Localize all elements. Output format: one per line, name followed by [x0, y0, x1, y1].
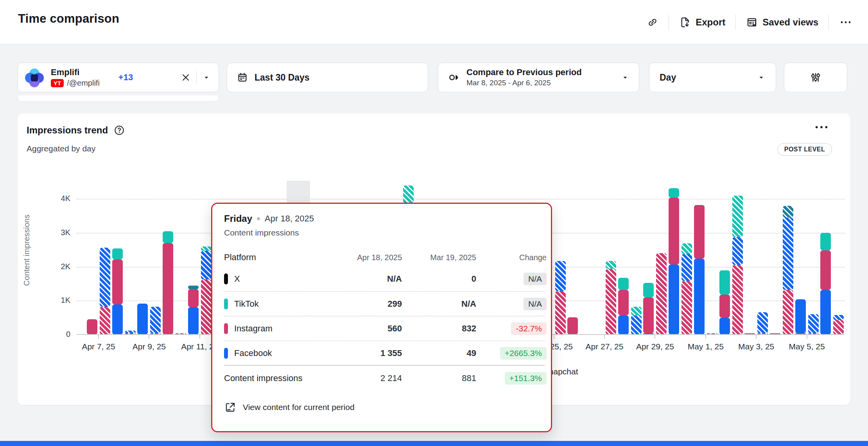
previous-bar-segment-fb[interactable]: [732, 237, 743, 265]
current-bar-segment-fb[interactable]: [820, 290, 831, 334]
view-content-link[interactable]: View content for current period: [224, 401, 545, 414]
current-bar-segment-tt[interactable]: [719, 270, 730, 295]
current-bar-segment-fb[interactable]: [795, 299, 806, 334]
more-profiles-count[interactable]: +13: [118, 72, 133, 83]
page-title: Time comparison: [18, 12, 119, 26]
x-tick-label: Apr 29, 25: [628, 342, 682, 351]
export-button[interactable]: Export: [679, 16, 725, 28]
previous-bar-segment-dk[interactable]: [783, 206, 793, 217]
platform-name: Facebook: [234, 348, 272, 358]
previous-bar-segment-fb[interactable]: [833, 315, 844, 320]
previous-bar-segment-ig[interactable]: [555, 291, 566, 334]
help-icon[interactable]: [113, 124, 125, 136]
previous-bar-segment-ig[interactable]: [606, 269, 616, 334]
y-axis-title: Content impressions: [22, 200, 31, 301]
y-tick-label: 0: [43, 330, 70, 339]
previous-bar-segment-tt[interactable]: [681, 243, 692, 254]
chevron-down-icon[interactable]: [202, 73, 211, 82]
window-bottom-strip: [0, 441, 868, 446]
previous-bar-segment-fb[interactable]: [150, 307, 161, 333]
previous-bar-segment-fb[interactable]: [125, 331, 136, 333]
previous-bar-segment-fb[interactable]: [631, 315, 642, 334]
current-bar-segment-fb[interactable]: [694, 259, 705, 334]
previous-bar-segment-ig[interactable]: [732, 265, 743, 334]
current-bar-segment-ig[interactable]: [112, 259, 123, 304]
current-bar-segment-tt[interactable]: [618, 278, 629, 290]
current-bar-segment-ig[interactable]: [87, 319, 97, 334]
platform-cell: Facebook: [224, 348, 341, 359]
current-bar-segment-ig[interactable]: [188, 289, 199, 307]
previous-bar-segment-tt[interactable]: [732, 196, 743, 237]
x-tick-label: Apr 27, 25: [577, 342, 632, 351]
tooltip-total-row: Content impressions 2 214 881 +151.3%: [224, 365, 545, 391]
change-cell: N/A: [476, 298, 547, 310]
change-cell: +2665.3%: [476, 347, 547, 360]
change-cell: -32.7%: [476, 322, 547, 335]
x-tick-mark: [807, 335, 807, 339]
previous-bar-segment-fb[interactable]: [808, 314, 819, 333]
tooltip-day-name: Friday: [224, 213, 252, 224]
current-bar-segment-ig[interactable]: [643, 297, 654, 333]
current-bar-segment-fb[interactable]: [188, 307, 199, 334]
widget-menu-button[interactable]: [813, 121, 830, 133]
current-bar-segment-ig[interactable]: [163, 243, 173, 334]
previous-bar-segment-ig[interactable]: [833, 320, 844, 334]
current-bar-segment-fb[interactable]: [719, 318, 730, 334]
current-bar-segment-ig[interactable]: [669, 198, 679, 264]
share-link-button[interactable]: [647, 16, 658, 28]
date-range-filter[interactable]: Last 30 Days: [227, 63, 428, 92]
top-bar: Time comparison: [0, 0, 868, 44]
current-bar-segment-dk[interactable]: [188, 286, 199, 289]
export-icon: [679, 16, 691, 28]
current-bar-segment-ig[interactable]: [618, 290, 629, 315]
current-bar-segment-tt[interactable]: [163, 231, 173, 243]
previous-bar-segment-fb[interactable]: [681, 254, 692, 281]
current-bar-segment-tt[interactable]: [820, 233, 831, 250]
granularity-select[interactable]: Day: [649, 63, 776, 92]
profile-name: Emplifi: [51, 67, 100, 77]
x-tick-label: Apr 9, 25: [122, 342, 176, 351]
total-label: Content impressions: [224, 373, 341, 383]
previous-bar-segment-fb[interactable]: [783, 218, 793, 290]
previous-bar-segment-fb[interactable]: [100, 248, 110, 307]
x-tick-mark: [655, 335, 655, 339]
current-bar-segment-ig[interactable]: [719, 295, 730, 318]
previous-bar-segment-tt[interactable]: [606, 261, 616, 269]
clear-profiles-icon[interactable]: [181, 72, 191, 83]
current-bar-segment-ig[interactable]: [567, 317, 578, 334]
tooltip-header-row: Platform Apr 18, 2025 Mar 19, 2025 Chang…: [224, 248, 545, 266]
current-bar-segment-ig[interactable]: [820, 250, 831, 290]
current-bar-segment-fb[interactable]: [669, 264, 679, 334]
saved-views-button[interactable]: Saved views: [746, 16, 818, 28]
current-bar-segment-fb[interactable]: [137, 304, 148, 334]
sliders-icon: [809, 71, 822, 84]
current-bar-segment-tt[interactable]: [112, 248, 123, 260]
previous-bar-segment-ig[interactable]: [201, 279, 212, 334]
current-bar-segment-fb[interactable]: [618, 315, 629, 334]
current-bar-segment-tt[interactable]: [643, 283, 654, 297]
profile-filter[interactable]: Emplifi YT /@emplifi +13: [18, 63, 219, 92]
compare-periods-icon: [448, 71, 460, 84]
previous-value: 0: [402, 274, 476, 284]
previous-bar-segment-ig[interactable]: [100, 307, 110, 334]
previous-bar-segment-fb[interactable]: [757, 312, 768, 334]
y-tick-label: 3K: [43, 228, 70, 237]
current-bar-segment-tt[interactable]: [669, 188, 679, 197]
compare-filter[interactable]: Compare to Previous period Mar 8, 2025 -…: [438, 63, 639, 92]
previous-bar-segment-ig[interactable]: [783, 290, 793, 334]
previous-bar-segment-tt[interactable]: [631, 307, 642, 316]
ellipsis-icon: [839, 16, 852, 28]
current-bar-segment-fb[interactable]: [112, 304, 123, 334]
platform-cell: X: [224, 273, 341, 284]
chart-settings-button[interactable]: [784, 63, 847, 92]
col-change: Change: [476, 253, 547, 262]
previous-bar-segment-fb[interactable]: [555, 261, 566, 291]
previous-bar-segment-ig[interactable]: [656, 253, 667, 334]
previous-bar-segment-ig[interactable]: [681, 281, 692, 334]
more-menu-button[interactable]: [839, 16, 852, 28]
dot-separator: [257, 217, 260, 220]
col-current-date: Apr 18, 2025: [341, 253, 402, 262]
previous-bar-segment-tt[interactable]: [201, 246, 212, 250]
previous-bar-segment-fb[interactable]: [201, 251, 212, 279]
current-bar-segment-ig[interactable]: [694, 205, 705, 259]
